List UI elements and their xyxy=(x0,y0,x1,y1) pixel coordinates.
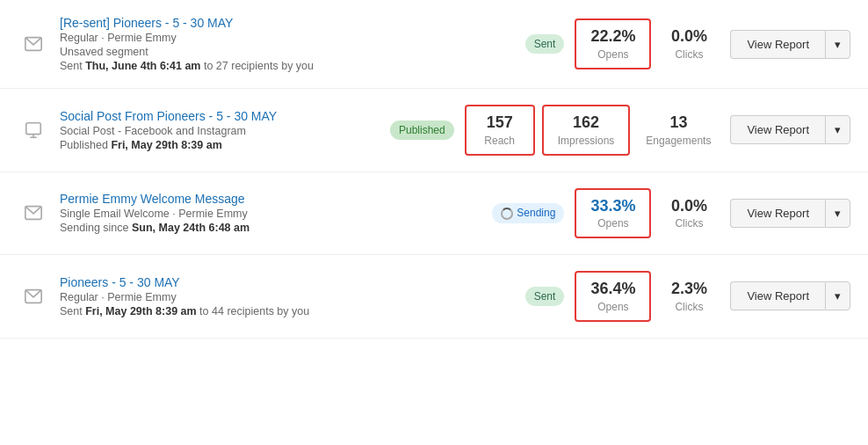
campaign-info: Social Post From Pioneers - 5 - 30 MAYSo… xyxy=(60,109,380,151)
view-report-button[interactable]: View Report xyxy=(730,115,825,144)
campaign-row: Social Post From Pioneers - 5 - 30 MAYSo… xyxy=(0,89,868,172)
campaign-row: Permie Emmy Welcome MessageSingle Email … xyxy=(0,172,868,256)
metric-label: Opens xyxy=(590,301,635,313)
metric-label: Impressions xyxy=(558,135,615,147)
campaign-title[interactable]: Permie Emmy Welcome Message xyxy=(60,192,481,206)
metric-box-1: 162Impressions xyxy=(542,105,631,156)
email-icon xyxy=(18,197,49,229)
campaign-info: Permie Emmy Welcome MessageSingle Email … xyxy=(60,192,481,234)
dropdown-button[interactable]: ▾ xyxy=(825,115,850,144)
metric-plain-2: 13Engagements xyxy=(637,106,720,154)
metric-box-0: 33.3%Opens xyxy=(575,188,651,239)
campaign-list: [Re-sent] Pioneers - 5 - 30 MAYRegular ·… xyxy=(0,0,868,339)
metric-value: 36.4% xyxy=(590,280,635,299)
campaign-subtitle: Single Email Welcome · Permie Emmy xyxy=(60,208,481,220)
metric-value: 33.3% xyxy=(590,197,635,216)
view-report-button[interactable]: View Report xyxy=(730,199,825,228)
email-icon xyxy=(18,28,49,60)
campaign-date: Sent Thu, June 4th 6:41 am to 27 recipie… xyxy=(60,60,515,72)
metric-value: 0.0% xyxy=(667,27,711,47)
campaign-info: [Re-sent] Pioneers - 5 - 30 MAYRegular ·… xyxy=(60,16,515,72)
metric-label: Reach xyxy=(481,135,519,147)
campaign-row: Pioneers - 5 - 30 MAYRegular · Permie Em… xyxy=(0,255,868,339)
metric-label: Opens xyxy=(590,48,635,61)
actions-area: View Report▾ xyxy=(730,199,850,228)
actions-area: View Report▾ xyxy=(730,281,850,310)
dropdown-button[interactable]: ▾ xyxy=(825,281,850,310)
status-badge: Sending xyxy=(492,203,564,223)
dropdown-button[interactable]: ▾ xyxy=(825,30,850,59)
svg-rect-1 xyxy=(26,123,41,135)
campaign-title[interactable]: Pioneers - 5 - 30 MAY xyxy=(60,275,515,289)
metric-value: 0.0% xyxy=(667,197,711,216)
metric-label: Clicks xyxy=(667,301,711,313)
campaign-title[interactable]: Social Post From Pioneers - 5 - 30 MAY xyxy=(60,109,380,123)
campaign-subtitle: Regular · Permie Emmy xyxy=(60,291,515,303)
metric-label: Opens xyxy=(590,217,635,230)
status-badge: Sent xyxy=(525,287,565,306)
campaign-date: Sending since Sun, May 24th 6:48 am xyxy=(60,222,481,234)
status-badge: Published xyxy=(390,120,454,140)
actions-area: View Report▾ xyxy=(730,115,850,144)
metric-plain-1: 0.0%Clicks xyxy=(658,190,720,237)
metric-label: Clicks xyxy=(667,217,711,230)
actions-area: View Report▾ xyxy=(730,30,850,59)
view-report-button[interactable]: View Report xyxy=(730,30,825,59)
campaign-row: [Re-sent] Pioneers - 5 - 30 MAYRegular ·… xyxy=(0,0,868,89)
campaign-subtitle: Social Post - Facebook and Instagram xyxy=(60,125,380,137)
metric-plain-1: 2.3%Clicks xyxy=(658,273,720,320)
metric-label: Clicks xyxy=(667,48,711,61)
campaign-subtitle: Regular · Permie Emmy xyxy=(60,32,515,44)
metric-box-0: 36.4%Opens xyxy=(575,271,651,322)
metric-box-0: 22.2%Opens xyxy=(575,18,651,69)
metrics-area: 22.2%Opens0.0%Clicks xyxy=(575,18,720,69)
campaign-date: Sent Fri, May 29th 8:39 am to 44 recipie… xyxy=(60,305,515,317)
metrics-area: 157Reach162Impressions13Engagements xyxy=(465,105,720,156)
dropdown-button[interactable]: ▾ xyxy=(825,199,850,228)
metric-value: 157 xyxy=(481,113,519,133)
status-badge: Sent xyxy=(525,34,565,54)
campaign-title[interactable]: [Re-sent] Pioneers - 5 - 30 MAY xyxy=(60,16,515,30)
metrics-area: 36.4%Opens2.3%Clicks xyxy=(575,271,720,322)
social-icon xyxy=(18,114,49,146)
email-icon xyxy=(18,281,49,312)
campaign-date: Published Fri, May 29th 8:39 am xyxy=(60,139,380,151)
view-report-button[interactable]: View Report xyxy=(730,281,825,310)
campaign-segment: Unsaved segment xyxy=(60,46,515,58)
campaign-info: Pioneers - 5 - 30 MAYRegular · Permie Em… xyxy=(60,275,515,317)
metric-value: 162 xyxy=(558,113,615,133)
metrics-area: 33.3%Opens0.0%Clicks xyxy=(575,188,720,239)
metric-box-0: 157Reach xyxy=(465,105,535,156)
metric-value: 13 xyxy=(646,113,711,133)
metric-label: Engagements xyxy=(646,135,711,147)
metric-value: 2.3% xyxy=(667,280,711,299)
metric-value: 22.2% xyxy=(590,27,635,47)
metric-plain-1: 0.0%Clicks xyxy=(658,20,720,68)
